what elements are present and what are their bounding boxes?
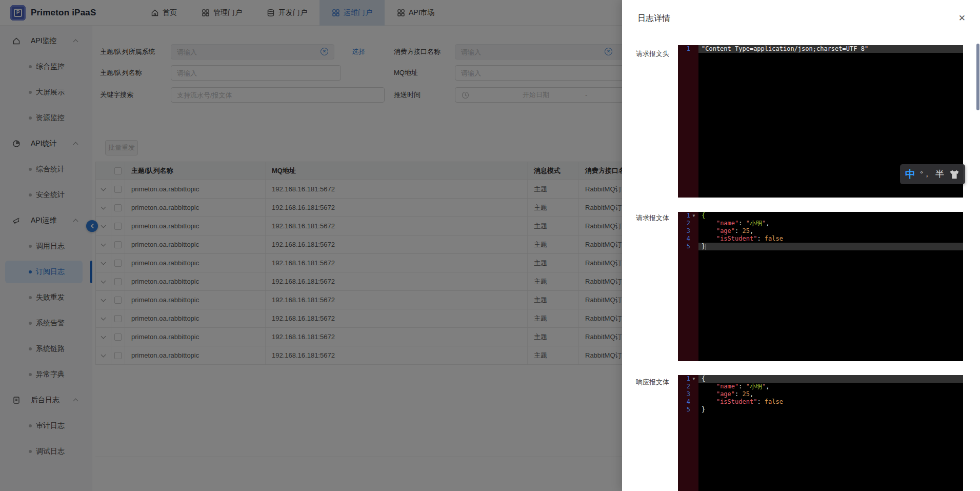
ime-status-widget: 中 °， 半 [900, 164, 965, 184]
drawer-scrollbar-thumb[interactable] [976, 44, 979, 110]
ime-punctuation-mode[interactable]: °， [920, 169, 931, 179]
ime-width-mode[interactable]: 半 [935, 168, 944, 180]
app-root: P Primeton iPaaS 首页 管理门户 开发门户 运维门户 A [0, 0, 980, 491]
section-label-request-body: 请求报文体 [636, 213, 669, 223]
close-icon[interactable]: ✕ [958, 14, 966, 23]
code-editor-request-body[interactable]: 1▼{2 "name": "小明",3 "age": 25,4 "isStude… [678, 212, 963, 361]
ime-theme-tshirt-icon[interactable] [949, 169, 960, 180]
drawer-title: 日志详情 [637, 13, 670, 24]
ime-language-mode[interactable]: 中 [905, 167, 915, 181]
section-label-response-body: 响应报文体 [636, 378, 669, 387]
section-label-request-headers: 请求报文头 [636, 49, 669, 58]
code-editor-response-body[interactable]: 1▼{2 "name": "小明",3 "age": 25,4 "isStude… [678, 375, 963, 491]
log-detail-drawer: 日志详情 ✕ 请求报文头 1"Content-Type=application/… [622, 0, 980, 491]
